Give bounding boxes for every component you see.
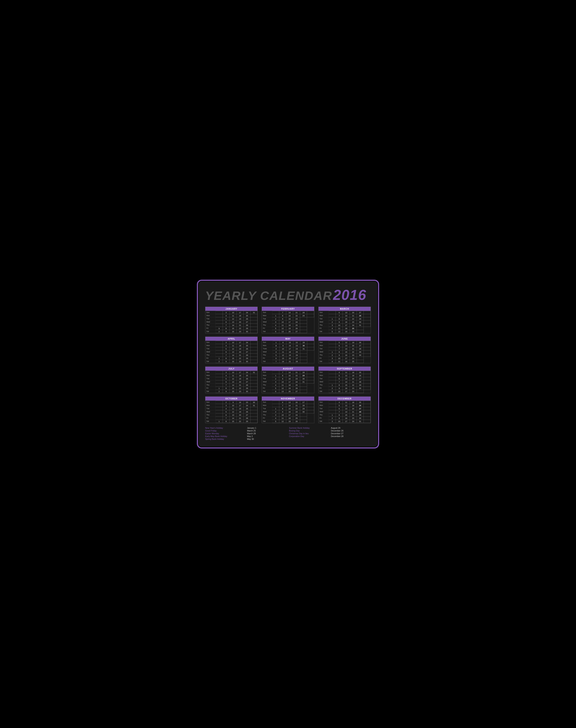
date-cell [364,347,371,350]
date-cell: 28 [243,353,251,356]
date-cell: 13 [279,330,286,333]
date-cell: 5 [223,317,230,320]
date-cell: 13 [343,407,350,410]
date-cell: 10 [230,404,236,407]
month-table: Sun18152229Mon29162330Tues310172431Wed41… [262,341,314,363]
day-label: Sat [319,360,328,363]
table-row: Tue18152229 [319,317,371,320]
date-cell: 4 [223,407,230,410]
holiday-date: December 28 [331,435,371,437]
date-cell [215,317,223,320]
date-cell [251,419,257,423]
date-cell: 24 [243,341,251,344]
date-cell: 6 [279,401,286,404]
date-cell [307,410,314,413]
date-cell: 21 [236,416,243,419]
date-cell: 11 [230,344,236,347]
date-cell: 26 [243,410,251,413]
date-cell [251,410,257,413]
holiday-date: March 28 [247,432,287,435]
day-label: Tue [262,317,272,320]
table-row: Sat29162330 [205,360,257,363]
date-cell: 19 [286,386,293,390]
table-row: Sun6132027 [319,311,371,314]
date-cell: 24 [293,413,300,416]
day-label: Fri [319,327,328,330]
date-cell: 29 [356,317,364,320]
date-cell [364,374,371,377]
date-cell [300,356,307,360]
date-cell [300,317,307,320]
date-cell: 25 [243,314,251,317]
date-cell: 12 [280,353,286,356]
date-cell: 2 [329,320,336,323]
day-label: Sat [205,330,215,333]
date-cell: 22 [293,314,300,317]
date-cell [364,413,371,416]
date-cell [251,350,257,353]
date-cell: 14 [286,311,293,314]
date-cell: 24 [350,323,356,327]
date-cell: 8 [336,350,343,353]
date-cell: 29 [243,327,251,330]
date-cell [272,401,279,404]
date-cell: 28 [300,404,307,407]
date-cell [215,401,223,404]
day-label: Wed [205,320,215,323]
date-cell: 3 [223,404,230,407]
date-cell: 21 [293,311,300,314]
table-row: Sun29162330 [205,401,257,404]
date-cell: 18 [350,371,356,374]
day-label: Thu [205,323,215,327]
table-row: Fri3101724 [319,356,371,360]
date-cell: 16 [343,320,350,323]
date-cell: 5 [336,374,343,377]
table-row: Mon310172431 [205,404,257,407]
day-label: Sun [205,371,215,374]
date-cell [364,377,371,380]
holiday-name: Christmas Day in lieu [289,432,329,435]
table-row: Fri18152229 [205,386,257,390]
date-cell: 22 [236,327,243,330]
date-cell: 12 [343,404,350,407]
date-cell: 21 [293,371,300,374]
date-cell: 13 [230,350,236,353]
date-cell: 23 [350,416,356,419]
date-cell [215,341,223,344]
day-label: Mon [262,344,273,347]
table-row: Wed6132027 [205,380,257,383]
date-cell: 31 [300,380,307,383]
month-block-february: FEBRUARYSun7142128Mon18152229Tue291623We… [262,307,314,333]
date-cell: 6 [223,380,230,383]
date-cell [300,386,307,390]
date-cell: 14 [230,416,236,419]
day-label: Wed [319,350,328,353]
date-cell: 14 [286,371,293,374]
date-cell [307,404,314,407]
date-cell [251,390,257,393]
date-cell [364,371,371,374]
date-cell: 26 [293,386,300,390]
date-cell: 19 [350,374,356,377]
date-cell: 23 [236,390,243,393]
table-row: Fri5121926 [262,386,314,390]
day-label: Fri [319,416,328,419]
date-cell: 16 [343,416,350,419]
date-cell: 31 [251,311,257,314]
date-cell: 15 [286,407,293,410]
date-cell: 25 [243,407,251,410]
day-label: Thu [262,413,272,416]
date-cell: 3 [329,323,336,327]
table-row: Fri29162330 [319,386,371,390]
date-cell [272,371,279,374]
date-cell: 9 [336,386,343,390]
date-cell [215,380,223,383]
date-cell: 23 [236,360,243,363]
date-cell: 28 [243,416,251,419]
date-cell: 24 [243,404,251,407]
date-cell: 2 [329,386,336,390]
table-row: Tues310172431 [262,347,314,350]
table-row: Sat5121926 [319,330,371,333]
date-cell: 1 [215,419,223,423]
day-label: Tue [205,377,215,380]
